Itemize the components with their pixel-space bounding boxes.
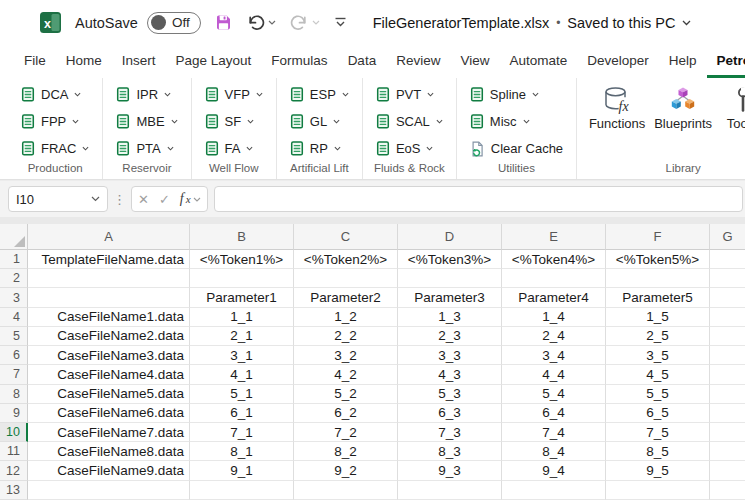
enter-icon[interactable]: ✓ xyxy=(159,192,170,207)
cell-A6[interactable]: CaseFileName3.data xyxy=(28,346,190,365)
cell-B5[interactable]: 2_1 xyxy=(190,327,294,346)
tab-home[interactable]: Home xyxy=(56,45,112,78)
cell-F7[interactable]: 4_5 xyxy=(606,365,710,384)
cell-F8[interactable]: 5_5 xyxy=(606,385,710,404)
row-header-10[interactable]: 10 xyxy=(0,423,28,442)
cell-A5[interactable]: CaseFileName2.data xyxy=(28,327,190,346)
name-box[interactable]: I10 xyxy=(8,186,108,212)
row-header-3[interactable]: 3 xyxy=(0,288,28,307)
cell-B13[interactable] xyxy=(190,481,294,500)
cell-G12[interactable] xyxy=(710,461,745,480)
frac-button[interactable]: FRAC xyxy=(17,135,93,162)
cell-B11[interactable]: 8_1 xyxy=(190,442,294,461)
eos-button[interactable]: EoS xyxy=(372,135,447,162)
fpp-button[interactable]: FPP xyxy=(17,108,93,135)
row-header-11[interactable]: 11 xyxy=(0,442,28,461)
cell-B8[interactable]: 5_1 xyxy=(190,385,294,404)
gl-button[interactable]: GL xyxy=(286,108,353,135)
cell-A7[interactable]: CaseFileName4.data xyxy=(28,365,190,384)
formula-input[interactable] xyxy=(214,186,743,212)
cell-E12[interactable]: 9_4 xyxy=(502,461,606,480)
cell-A2[interactable] xyxy=(28,269,190,288)
cell-A10[interactable]: CaseFileName7.data xyxy=(28,423,190,442)
functions-button[interactable]: fxFunctions xyxy=(586,81,648,131)
cell-E9[interactable]: 6_4 xyxy=(502,404,606,423)
cell-F6[interactable]: 3_5 xyxy=(606,346,710,365)
cell-B4[interactable]: 1_1 xyxy=(190,308,294,327)
cell-A3[interactable] xyxy=(28,288,190,307)
mbe-button[interactable]: MBE xyxy=(112,108,181,135)
cell-A8[interactable]: CaseFileName5.data xyxy=(28,385,190,404)
scal-button[interactable]: SCAL xyxy=(372,108,447,135)
vfp-button[interactable]: VFP xyxy=(201,81,267,108)
tab-petrol[interactable]: Petrol xyxy=(707,45,745,78)
save-button[interactable] xyxy=(215,14,232,31)
cell-F3[interactable]: Parameter5 xyxy=(606,288,710,307)
cell-G6[interactable] xyxy=(710,346,745,365)
cell-F1[interactable]: <%Token5%> xyxy=(606,250,710,269)
esp-button[interactable]: ESP xyxy=(286,81,353,108)
cell-C7[interactable]: 4_2 xyxy=(294,365,398,384)
cell-B9[interactable]: 6_1 xyxy=(190,404,294,423)
cell-D1[interactable]: <%Token3%> xyxy=(398,250,502,269)
cell-D9[interactable]: 6_3 xyxy=(398,404,502,423)
row-header-1[interactable]: 1 xyxy=(0,250,28,269)
insert-function-button[interactable]: fx xyxy=(180,191,201,207)
cell-D11[interactable]: 8_3 xyxy=(398,442,502,461)
sf-button[interactable]: SF xyxy=(201,108,267,135)
cell-E10[interactable]: 7_4 xyxy=(502,423,606,442)
row-header-7[interactable]: 7 xyxy=(0,365,28,384)
tab-file[interactable]: File xyxy=(14,45,56,78)
cell-C2[interactable] xyxy=(294,269,398,288)
column-header-d[interactable]: D xyxy=(398,224,502,250)
dca-button[interactable]: DCA xyxy=(17,81,93,108)
cell-D7[interactable]: 4_3 xyxy=(398,365,502,384)
cell-G5[interactable] xyxy=(710,327,745,346)
cell-C8[interactable]: 5_2 xyxy=(294,385,398,404)
cell-C5[interactable]: 2_2 xyxy=(294,327,398,346)
pta-button[interactable]: PTA xyxy=(112,135,181,162)
cell-D3[interactable]: Parameter3 xyxy=(398,288,502,307)
cell-G9[interactable] xyxy=(710,404,745,423)
cell-E2[interactable] xyxy=(502,269,606,288)
autosave-toggle[interactable]: Off xyxy=(147,12,201,34)
rp-button[interactable]: RP xyxy=(286,135,353,162)
cell-C10[interactable]: 7_2 xyxy=(294,423,398,442)
cell-C12[interactable]: 9_2 xyxy=(294,461,398,480)
cell-C6[interactable]: 3_2 xyxy=(294,346,398,365)
column-header-g[interactable]: G xyxy=(710,224,745,250)
column-header-f[interactable]: F xyxy=(606,224,710,250)
tab-insert[interactable]: Insert xyxy=(112,45,166,78)
pvt-button[interactable]: PVT xyxy=(372,81,447,108)
tab-data[interactable]: Data xyxy=(338,45,387,78)
row-header-5[interactable]: 5 xyxy=(0,327,28,346)
row-header-9[interactable]: 9 xyxy=(0,404,28,423)
cell-G8[interactable] xyxy=(710,385,745,404)
cell-F12[interactable]: 9_5 xyxy=(606,461,710,480)
row-header-13[interactable]: 13 xyxy=(0,481,28,500)
save-status[interactable]: Saved to this PC xyxy=(567,15,675,31)
cell-C1[interactable]: <%Token2%> xyxy=(294,250,398,269)
tab-review[interactable]: Review xyxy=(386,45,450,78)
tab-formulas[interactable]: Formulas xyxy=(261,45,337,78)
column-header-b[interactable]: B xyxy=(190,224,294,250)
cell-C11[interactable]: 8_2 xyxy=(294,442,398,461)
cell-C9[interactable]: 6_2 xyxy=(294,404,398,423)
cell-D13[interactable] xyxy=(398,481,502,500)
cell-A12[interactable]: CaseFileName9.data xyxy=(28,461,190,480)
cell-A1[interactable]: TemplateFileName.data xyxy=(28,250,190,269)
column-header-c[interactable]: C xyxy=(294,224,398,250)
cell-G1[interactable] xyxy=(710,250,745,269)
misc-button[interactable]: Misc xyxy=(466,108,567,135)
cell-A9[interactable]: CaseFileName6.data xyxy=(28,404,190,423)
tab-page-layout[interactable]: Page Layout xyxy=(166,45,262,78)
cell-B7[interactable]: 4_1 xyxy=(190,365,294,384)
cell-F5[interactable]: 2_5 xyxy=(606,327,710,346)
blueprints-button[interactable]: Blueprints xyxy=(652,81,714,131)
cell-B6[interactable]: 3_1 xyxy=(190,346,294,365)
cell-D6[interactable]: 3_3 xyxy=(398,346,502,365)
redo-button[interactable] xyxy=(290,14,320,31)
cell-B1[interactable]: <%Token1%> xyxy=(190,250,294,269)
undo-button[interactable] xyxy=(246,14,276,31)
cell-F2[interactable] xyxy=(606,269,710,288)
